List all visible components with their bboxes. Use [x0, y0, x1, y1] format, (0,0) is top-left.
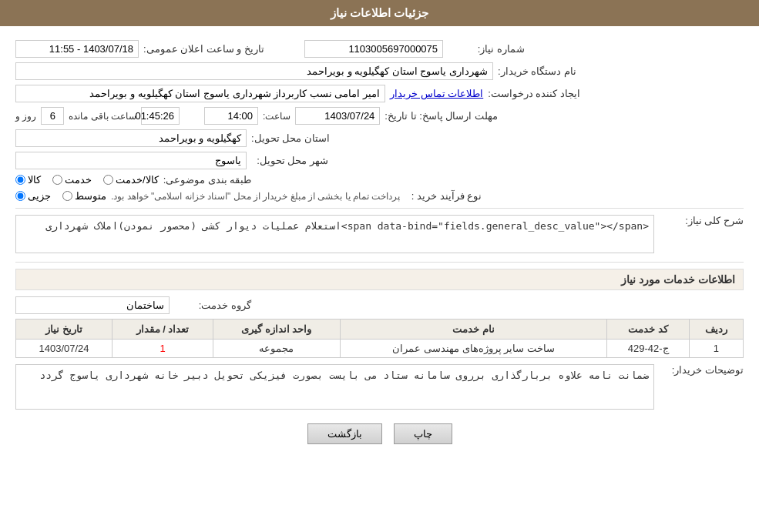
niyaz-number-field: 1103005697000075 [304, 40, 443, 58]
creator-label: ایجاد کننده درخواست: [488, 88, 580, 99]
radio-motavaset[interactable]: متوسط [62, 190, 106, 202]
niyaz-number-label: شماره نیاز: [448, 43, 525, 55]
purchase-note: پرداخت تمام یا بخشی از مبلغ خریدار از مح… [111, 191, 400, 202]
remaining-time-field: 01:45:26 [141, 107, 180, 125]
creator-field: امیر امامی نسب کاربرداز شهرداری یاسوج اس… [15, 85, 385, 102]
col-header-row: ردیف [689, 320, 743, 340]
dastgah-label: نام دستگاه خریدار: [498, 65, 576, 77]
table-row: 1 ج-42-429 ساخت سایر پروژه‌های مهندسی عم… [16, 340, 744, 358]
col-header-qty: تعداد / مقدار [113, 320, 213, 340]
page-title: جزئیات اطلاعات نیاز [331, 6, 428, 19]
day-label: روز و [15, 111, 36, 122]
purchase-radio-group: متوسط جزیی [15, 190, 106, 202]
radio-khedmat[interactable]: خدمت [52, 174, 92, 186]
services-table-container: ردیف کد خدمت نام خدمت واحد اندازه گیری ت… [15, 319, 744, 358]
shahr-label: شهر محل تحویل: [251, 155, 328, 166]
general-desc-label: شرح کلی نیاز: [659, 215, 744, 226]
cell-date: 1403/07/24 [16, 340, 113, 358]
col-header-unit: واحد اندازه گیری [213, 320, 340, 340]
cell-row: 1 [689, 340, 743, 358]
deadline-time-field: 14:00 [204, 107, 258, 125]
radio-kala-khedmat[interactable]: کالا/خدمت [103, 174, 159, 186]
service-group-field: ساختمان [15, 296, 170, 314]
deadline-label: مهلت ارسال پاسخ: تا تاریخ: [385, 110, 498, 122]
back-button[interactable]: بازگشت [307, 423, 382, 444]
remaining-label: ساعت باقی مانده [69, 111, 136, 122]
cell-qty: 1 [113, 340, 213, 358]
deadline-time-label: ساعت: [263, 111, 291, 122]
classification-radio-group: کالا/خدمت خدمت کالا [15, 174, 159, 186]
ostan-label: استان محل تحویل: [251, 132, 330, 144]
tarikh-field: 1403/07/18 - 11:55 [15, 40, 139, 58]
classification-label: طبقه بندی موضوعی: [163, 174, 252, 186]
services-table: ردیف کد خدمت نام خدمت واحد اندازه گیری ت… [15, 319, 744, 358]
col-header-code: کد خدمت [607, 320, 689, 340]
deadline-days-field: 6 [41, 107, 64, 125]
ostan-field: کهگیلویه و بویراحمد [15, 129, 247, 147]
tarikh-label: تاریخ و ساعت اعلان عمومی: [143, 43, 264, 55]
general-desc-field[interactable]: <span data-bind="fields.general_desc_val… [15, 215, 654, 253]
cell-code: ج-42-429 [607, 340, 689, 358]
shahr-field: یاسوج [15, 152, 247, 169]
page-header: جزئیات اطلاعات نیاز [0, 0, 759, 26]
col-header-date: تاریخ نیاز [16, 320, 113, 340]
action-buttons: چاپ بازگشت [15, 423, 744, 444]
cell-name: ساخت سایر پروژه‌های مهندسی عمران [340, 340, 607, 358]
purchase-type-label: نوع فرآیند خرید : [405, 190, 482, 202]
buyer-desc-field[interactable]: ضمانت نامه علاوه بربارگذاری برروی سامانه… [15, 364, 654, 410]
cell-unit: مجموعه [213, 340, 340, 358]
radio-jozyi[interactable]: جزیی [15, 190, 51, 202]
dastgah-field: شهرداری یاسوج استان کهگیلویه و بویراحمد [15, 62, 493, 80]
service-group-label: گروه خدمت: [174, 299, 251, 311]
buyer-desc-label: توضیحات خریدار: [659, 364, 744, 376]
col-header-name: نام خدمت [340, 320, 607, 340]
print-button[interactable]: چاپ [394, 423, 452, 444]
contact-link[interactable]: اطلاعات تماس خریدار [390, 88, 483, 99]
radio-kala[interactable]: کالا [15, 174, 41, 186]
services-section-title: اطلاعات خدمات مورد نیاز [15, 269, 744, 290]
deadline-date-field: 1403/07/24 [295, 107, 380, 125]
